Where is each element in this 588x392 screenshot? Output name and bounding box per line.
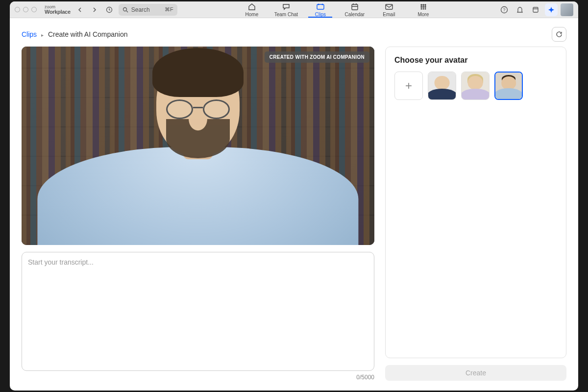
- email-icon: [385, 2, 393, 11]
- help-button[interactable]: ?: [498, 3, 511, 16]
- ai-companion-button[interactable]: [545, 3, 558, 16]
- avatar-option-2[interactable]: [461, 72, 490, 100]
- search-icon: [122, 7, 128, 13]
- refresh-icon: [556, 31, 563, 38]
- svg-point-17: [422, 6, 424, 7]
- transcript-input[interactable]: [22, 252, 374, 371]
- svg-point-20: [422, 8, 424, 9]
- svg-rect-2: [317, 4, 324, 9]
- svg-rect-6: [386, 4, 392, 9]
- chat-icon: [282, 2, 291, 11]
- bell-icon: [516, 6, 524, 14]
- preview-badge: CREATED WITH ZOOM AI COMPANION: [265, 51, 369, 63]
- app-brand: zoom Workplace: [45, 5, 71, 15]
- svg-point-14: [422, 4, 424, 5]
- calendar-icon: [350, 2, 359, 11]
- chevron-right-icon: ▸: [41, 32, 44, 38]
- svg-point-15: [424, 4, 426, 5]
- svg-point-18: [424, 6, 426, 7]
- history-button[interactable]: [104, 4, 115, 15]
- refresh-button[interactable]: [552, 27, 566, 42]
- svg-point-16: [420, 6, 422, 7]
- breadcrumb: Clips ▸ Create with AI Companion: [22, 30, 128, 38]
- svg-point-21: [424, 8, 426, 9]
- notifications-button[interactable]: [514, 3, 526, 16]
- nav-forward-button[interactable]: [89, 4, 100, 15]
- window-icon: [532, 6, 539, 14]
- plus-icon: +: [405, 79, 412, 93]
- add-avatar-button[interactable]: +: [394, 72, 423, 100]
- breadcrumb-current: Create with AI Companion: [48, 30, 128, 38]
- avatar-option-3[interactable]: [494, 72, 523, 100]
- svg-point-4: [321, 3, 323, 5]
- tab-clips[interactable]: Clips: [303, 1, 338, 18]
- breadcrumb-root[interactable]: Clips: [22, 30, 37, 38]
- svg-point-13: [420, 4, 422, 5]
- tab-calendar[interactable]: Calendar: [338, 1, 372, 18]
- svg-point-19: [420, 8, 422, 9]
- window-controls[interactable]: [15, 7, 37, 12]
- svg-rect-24: [533, 7, 538, 12]
- svg-rect-5: [352, 4, 358, 10]
- user-avatar[interactable]: [561, 3, 573, 16]
- tab-home[interactable]: Home: [235, 1, 269, 18]
- avatar-option-1[interactable]: [428, 72, 456, 100]
- svg-point-3: [318, 3, 319, 5]
- search-placeholder: Search: [131, 6, 150, 13]
- search-shortcut: ⌘F: [165, 6, 173, 13]
- tab-more[interactable]: More: [406, 1, 441, 18]
- grid-icon: [419, 2, 428, 11]
- svg-text:?: ?: [503, 7, 505, 12]
- panel-title: Choose your avatar: [394, 56, 557, 65]
- clips-icon: [316, 2, 325, 11]
- help-icon: ?: [500, 6, 508, 14]
- nav-back-button[interactable]: [74, 4, 85, 15]
- avatar-preview: CREATED WITH ZOOM AI COMPANION: [22, 47, 374, 245]
- create-button[interactable]: Create: [385, 365, 566, 381]
- sparkle-icon: [547, 6, 555, 14]
- new-window-button[interactable]: [529, 3, 542, 16]
- char-counter: 0/5000: [22, 374, 374, 381]
- search-input[interactable]: Search ⌘F: [119, 4, 177, 16]
- home-icon: [247, 2, 256, 11]
- svg-point-1: [123, 7, 126, 11]
- tab-team-chat[interactable]: Team Chat: [269, 1, 303, 18]
- tab-email[interactable]: Email: [372, 1, 406, 18]
